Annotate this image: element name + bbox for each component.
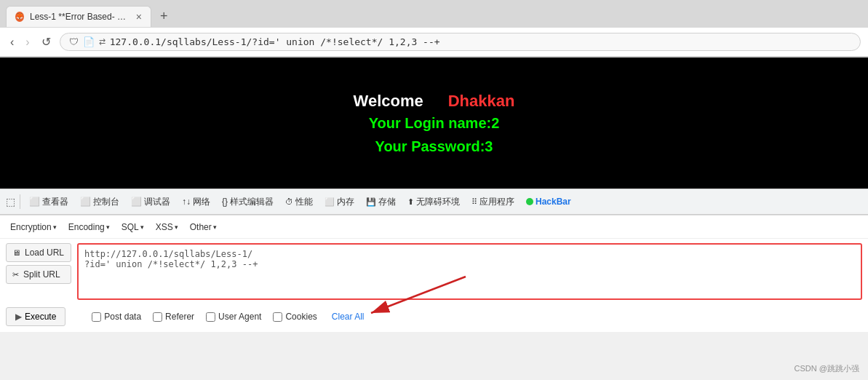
- console-icon: ⬜: [80, 197, 91, 207]
- page-icon: 📄: [83, 36, 95, 47]
- split-url-button[interactable]: ✂ Split URL: [6, 265, 71, 284]
- shield-icon: ⇄: [99, 37, 105, 47]
- url-input-area[interactable]: http://127.0.0.1/sqllabs/Less-1/ ?id=' u…: [77, 243, 862, 300]
- devtools-memory[interactable]: ⬜ 内存: [320, 193, 359, 211]
- tab-bar: 🦊 Less-1 **Error Based- String** × +: [0, 0, 868, 28]
- other-dropdown-arrow: ▾: [213, 223, 217, 231]
- welcome-label: Welcome: [354, 92, 423, 110]
- cookies-checkbox-label[interactable]: Cookies: [273, 312, 316, 322]
- tab-title: Less-1 **Error Based- String**: [30, 12, 130, 22]
- watermark: CSDN @跳跳小强: [795, 363, 859, 374]
- encoding-menu[interactable]: Encoding ▾: [64, 220, 114, 234]
- encryption-dropdown-arrow: ▾: [53, 223, 57, 231]
- hackbar-bottom: ▶ Execute Post data Referer User Agent C…: [0, 304, 868, 332]
- accessibility-icon: ⬆: [407, 197, 414, 207]
- inspect-icon[interactable]: ⬚: [6, 196, 15, 207]
- hackbar-main-area: 🖥 Load URL ✂ Split URL http://127.0.0.1/…: [0, 239, 868, 304]
- encoding-dropdown-arrow: ▾: [106, 223, 110, 231]
- welcome-name: Dhakkan: [448, 92, 515, 110]
- application-icon: ⠿: [471, 197, 477, 207]
- url-display[interactable]: 127.0.0.1/sqllabs/Less-1/?id=' union /*!…: [110, 36, 851, 47]
- devtools-application[interactable]: ⠿ 应用程序: [467, 193, 519, 211]
- page-content: Welcome Dhakkan Your Login name:2 Your P…: [0, 58, 868, 189]
- encryption-menu[interactable]: Encryption ▾: [6, 220, 61, 234]
- execute-icon: ▶: [15, 312, 22, 322]
- tab-close-button[interactable]: ×: [136, 11, 142, 23]
- devtools-style-editor[interactable]: {} 样式编辑器: [218, 193, 278, 211]
- xss-dropdown-arrow: ▾: [175, 223, 178, 231]
- style-editor-icon: {}: [222, 197, 228, 207]
- browser-chrome: 🦊 Less-1 **Error Based- String** × + ‹ ›…: [0, 0, 868, 58]
- login-name-display: Your Login name:2: [354, 111, 515, 135]
- network-icon: ↑↓: [182, 197, 191, 207]
- welcome-message: Welcome Dhakkan Your Login name:2 Your P…: [354, 89, 515, 158]
- user-agent-checkbox[interactable]: [206, 312, 215, 322]
- devtools-performance[interactable]: ⏱ 性能: [281, 193, 317, 211]
- referer-checkbox-label[interactable]: Referer: [153, 312, 194, 322]
- hackbar-dot-icon: [526, 198, 533, 205]
- debugger-icon: ⬜: [131, 197, 142, 207]
- checkbox-group: Post data Referer User Agent Cookies Cle…: [92, 312, 364, 322]
- split-url-icon: ✂: [12, 270, 19, 280]
- other-menu[interactable]: Other ▾: [186, 220, 221, 234]
- password-display: Your Password:3: [354, 135, 515, 158]
- referer-checkbox[interactable]: [153, 312, 162, 322]
- storage-icon: 💾: [366, 197, 376, 207]
- forward-button[interactable]: ›: [23, 34, 32, 50]
- cookies-checkbox[interactable]: [273, 312, 282, 322]
- performance-icon: ⏱: [285, 197, 293, 206]
- tab-favicon: 🦊: [15, 12, 24, 22]
- devtools-bar: ⬚ ⬜ 查看器 ⬜ 控制台 ⬜ 调试器 ↑↓ 网络 {} 样式编辑器 ⏱ 性能 …: [0, 189, 868, 215]
- clear-all-button[interactable]: Clear All: [332, 312, 365, 322]
- security-icon: 🛡: [69, 36, 79, 47]
- memory-icon: ⬜: [324, 197, 335, 207]
- execute-button[interactable]: ▶ Execute: [6, 307, 65, 326]
- post-data-checkbox[interactable]: [92, 312, 101, 322]
- post-data-checkbox-label[interactable]: Post data: [92, 312, 141, 322]
- devtools-debugger[interactable]: ⬜ 调试器: [127, 193, 175, 211]
- hackbar-action-buttons: 🖥 Load URL ✂ Split URL: [6, 243, 71, 300]
- hackbar-panel: Encryption ▾ Encoding ▾ SQL ▾ XSS ▾ Othe…: [0, 215, 868, 332]
- devtools-viewer[interactable]: ⬜ 查看器: [25, 193, 73, 211]
- sql-menu[interactable]: SQL ▾: [117, 220, 148, 234]
- back-button[interactable]: ‹: [7, 34, 17, 50]
- devtools-console[interactable]: ⬜ 控制台: [76, 193, 124, 211]
- xss-menu[interactable]: XSS ▾: [151, 220, 183, 234]
- user-agent-checkbox-label[interactable]: User Agent: [206, 312, 261, 322]
- devtools-hackbar[interactable]: HackBar: [522, 194, 576, 210]
- viewer-icon: ⬜: [29, 197, 40, 207]
- new-tab-button[interactable]: +: [156, 7, 172, 25]
- devtools-storage[interactable]: 💾 存储: [362, 193, 400, 211]
- hackbar-toolbar: Encryption ▾ Encoding ▾ SQL ▾ XSS ▾ Othe…: [0, 215, 868, 239]
- load-url-button[interactable]: 🖥 Load URL: [6, 243, 71, 262]
- load-url-icon: 🖥: [12, 248, 20, 257]
- reload-button[interactable]: ↺: [39, 33, 54, 50]
- browser-tab[interactable]: 🦊 Less-1 **Error Based- String** ×: [6, 6, 151, 27]
- devtools-separator: [20, 194, 20, 209]
- address-bar: ‹ › ↺ 🛡 📄 ⇄ 127.0.0.1/sqllabs/Less-1/?id…: [0, 28, 868, 57]
- devtools-accessibility[interactable]: ⬆ 无障碍环境: [403, 193, 464, 211]
- devtools-network[interactable]: ↑↓ 网络: [178, 193, 215, 211]
- sql-dropdown-arrow: ▾: [140, 223, 144, 231]
